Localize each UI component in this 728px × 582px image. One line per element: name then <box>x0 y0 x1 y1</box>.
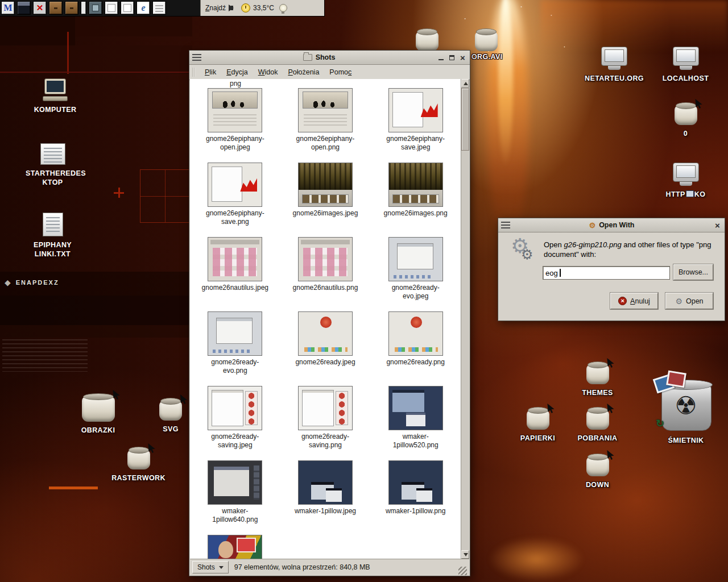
file-item[interactable]: gnome26ready.png <box>373 311 458 379</box>
file-item[interactable]: gnome26ready-saving.png <box>283 386 368 454</box>
desktop-icon-label-orgavi[interactable]: ORG.AVI <box>471 53 503 61</box>
dialog-titlebar[interactable]: Open With <box>498 218 725 232</box>
application-input[interactable] <box>543 266 670 280</box>
file-item[interactable]: wmaker-1pillow.png <box>373 460 458 528</box>
file-item[interactable]: gnome26images.png <box>373 163 458 230</box>
desktop-icon-themes[interactable]: THEMES <box>573 361 622 397</box>
status-text: 97 elementów, wolna przestrzeń: 840,8 MB <box>234 563 370 571</box>
maximize-button[interactable] <box>448 53 456 62</box>
wallpaper-band <box>0 296 189 325</box>
volume-applet[interactable] <box>231 5 236 11</box>
wallpaper-line <box>0 72 192 73</box>
file-item[interactable]: gnome26nautilus.png <box>283 237 368 305</box>
document-launcher-icon[interactable] <box>152 1 166 15</box>
menu-polozenia[interactable]: Położenia <box>283 66 324 78</box>
find-menu[interactable]: Znajdź <box>205 4 226 12</box>
file-item[interactable]: gnome26epiphany-save.png <box>192 163 278 230</box>
xkill-launcher-icon[interactable]: ✕ <box>33 1 47 15</box>
window-launcher-icon[interactable] <box>105 1 118 15</box>
desktop-icon-zero[interactable]: 0 <box>670 102 701 138</box>
file-item[interactable]: gnome26ready-evo.jpeg <box>373 237 458 305</box>
wallpaper-band <box>0 325 189 338</box>
menu-pomoc[interactable]: Pomoc <box>325 66 356 78</box>
file-name: gnome26nautilus.jpeg <box>201 284 268 292</box>
radiation-icon: ☢ <box>675 393 697 418</box>
menu-widok[interactable]: Widok <box>254 66 283 78</box>
file-item[interactable]: wmaker-1pillow640.png <box>192 460 278 528</box>
desktop-icon-komputer[interactable]: KOMPUTER <box>30 78 81 114</box>
desktop-icon-rasterwork[interactable]: RASTERWORK <box>111 447 166 483</box>
desktop-icon-startheredesktop[interactable]: STARTHEREDES KTOP <box>26 143 80 188</box>
file-item[interactable]: gnome26ready-evo.png <box>192 311 278 379</box>
menu-plik[interactable]: Plik <box>200 66 221 78</box>
location-combo[interactable]: Shots <box>192 561 229 573</box>
close-button[interactable] <box>458 53 467 62</box>
resize-grip[interactable] <box>458 567 467 575</box>
file-thumbnail <box>388 386 443 430</box>
scroll-down-arrow[interactable] <box>461 550 469 559</box>
fleur-icon <box>5 277 11 288</box>
menu-bar: Plik Edycja Widok Położenia Pomoc <box>189 65 470 80</box>
file-item[interactable]: gnome26epiphany-open.jpeg <box>192 88 278 156</box>
shots-titlebar[interactable]: Shots <box>189 51 470 65</box>
desktop-icon-jar-top1[interactable] <box>414 28 440 51</box>
file-name: wmaker-1pillow520.png <box>382 433 449 450</box>
desktop-icon-label: HTTPKO <box>659 190 713 199</box>
epiphany-browser-icon[interactable]: e <box>136 1 150 15</box>
window-launcher-icon[interactable] <box>121 1 134 15</box>
file-item[interactable]: gnome26nautilus.jpeg <box>192 237 278 305</box>
folder-jar-icon <box>127 450 150 469</box>
browse-button[interactable]: Browse... <box>673 264 713 280</box>
desktop-icon-netarteu[interactable]: NETARTEU.ORG <box>581 44 647 83</box>
temperature-icon <box>241 3 250 13</box>
window-menu-icon[interactable] <box>501 222 510 228</box>
file-item[interactable] <box>192 535 278 559</box>
desktop-icon-localhost[interactable]: LOCALHOST <box>659 44 713 83</box>
desktop-icon-enapdexz[interactable]: ENAPDEXZ <box>5 277 59 288</box>
file-item[interactable]: gnome26images.jpeg <box>283 163 368 230</box>
desktop-icon-svg[interactable]: SVG <box>155 398 187 434</box>
partial-file-label: png <box>190 80 281 88</box>
minimize-button[interactable] <box>437 53 445 62</box>
desktop-icon-label: ŚMIETNIK <box>648 436 723 445</box>
drawer-icon[interactable] <box>65 1 78 15</box>
file-item[interactable]: wmaker-1pillow.jpeg <box>283 460 368 528</box>
emacs-launcher-icon[interactable]: M <box>1 1 15 15</box>
cancel-button[interactable]: Anuluj <box>610 293 658 309</box>
desktop-icon-down[interactable]: DOWN <box>573 454 622 489</box>
menu-grip[interactable] <box>193 68 196 77</box>
launcher-strip-icon[interactable] <box>81 1 86 15</box>
file-name: gnome26ready.png <box>382 358 449 367</box>
menu-edycja[interactable]: Edycja <box>222 66 253 78</box>
lightbulb-icon[interactable] <box>279 4 287 12</box>
scrollbar-thumb[interactable] <box>461 88 469 151</box>
desktop-icon-httpko[interactable]: HTTPKO <box>659 160 713 199</box>
desktop-icon-obrazki[interactable]: OBRAZKI <box>74 393 122 435</box>
terminal-launcher-icon[interactable] <box>17 1 31 15</box>
folder-jar-icon <box>586 410 609 430</box>
desktop-icon-papierki[interactable]: PAPIERKI <box>514 407 562 443</box>
desktop-icon-pobrania[interactable]: POBRANIA <box>573 407 622 443</box>
file-item[interactable]: gnome26ready-saving.jpeg <box>192 386 278 454</box>
desktop-icon-trash[interactable]: ☢ ↻ ŚMIETNIK <box>648 375 723 445</box>
file-name: wmaker-1pillow.png <box>382 507 449 516</box>
file-item[interactable]: gnome26epiphany-save.jpeg <box>373 88 458 156</box>
file-name: gnome26nautilus.png <box>292 284 359 292</box>
file-item[interactable]: wmaker-1pillow520.png <box>373 386 458 454</box>
drawer-icon[interactable] <box>49 1 63 15</box>
mini-window-icon <box>686 190 694 197</box>
file-item[interactable]: gnome26ready.jpeg <box>283 311 368 379</box>
weather-applet[interactable]: 33,5°C <box>241 3 274 13</box>
window-menu-icon[interactable] <box>192 54 201 61</box>
desktop-icon-jar-top2[interactable] <box>473 28 499 51</box>
screenshot-tool-icon[interactable] <box>89 1 102 15</box>
open-button[interactable]: Open <box>665 293 713 309</box>
scroll-up-arrow[interactable] <box>461 79 469 88</box>
desktop-icon-epiphany-linki[interactable]: EPIPHANY LINKI.TXT <box>26 213 80 259</box>
vertical-scrollbar[interactable] <box>461 79 469 559</box>
file-name: gnome26epiphany-save.jpeg <box>382 135 449 152</box>
desktop-icon-label: 0 <box>670 129 701 138</box>
file-item[interactable]: gnome26epiphany-open.png <box>283 88 368 156</box>
close-button[interactable] <box>713 221 722 230</box>
wallpaper-block <box>75 16 192 36</box>
